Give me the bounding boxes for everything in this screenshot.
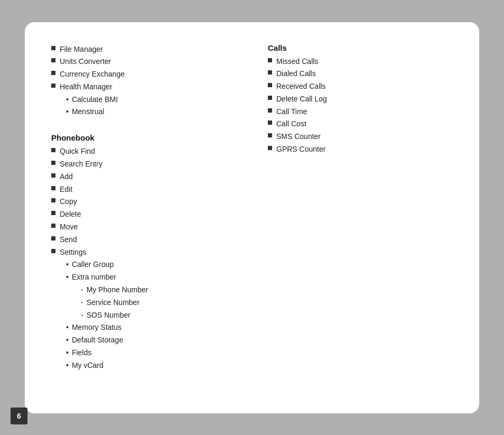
list-item: Delete Call Log: [268, 93, 453, 106]
calls-heading: Calls: [268, 43, 453, 52]
bullet-icon: [268, 83, 272, 87]
item-label: GPRS Counter: [276, 143, 325, 156]
list-item: Missed Calls: [268, 55, 453, 68]
list-item: Fields: [66, 347, 236, 359]
bullet-icon: [51, 161, 55, 165]
bullet-icon: [51, 84, 55, 88]
bullet-icon: [51, 224, 55, 228]
item-label: File Manager: [60, 43, 103, 56]
list-item: GPRS Counter: [268, 143, 453, 156]
phonebook-heading: Phonebook: [51, 133, 236, 142]
list-item: Calculate BMI: [66, 94, 236, 106]
list-item: File Manager: [51, 43, 236, 56]
bullet-icon: [268, 108, 272, 113]
item-label: Memory Status: [72, 321, 122, 334]
list-item: Currency Exchange: [51, 68, 236, 81]
list-item: Add: [51, 171, 236, 183]
bullet-icon: [268, 133, 272, 137]
list-item: My vCard: [66, 359, 236, 372]
item-label: Extra number: [72, 271, 116, 284]
extra-number-sub-list: My Phone Number Service Number SOS Numbe…: [51, 284, 236, 321]
main-card: File Manager Units Converter Currency Ex…: [25, 22, 479, 413]
list-item: Copy: [51, 196, 236, 208]
bullet-icon: [51, 198, 55, 202]
list-item: Move: [51, 221, 236, 234]
item-label: My Phone Number: [87, 284, 148, 297]
item-label: Fields: [72, 347, 91, 359]
calls-items-list: Missed Calls Dialed Calls Received Calls…: [268, 55, 453, 156]
item-label: Edit: [60, 183, 72, 196]
list-item: Health Manager: [51, 81, 236, 94]
right-column: Calls Missed Calls Dialed Calls Received…: [268, 43, 453, 387]
item-label: Copy: [60, 196, 77, 208]
list-item: Units Converter: [51, 55, 236, 68]
settings-sub-list-2: Memory Status Default Storage Fields My …: [51, 321, 236, 372]
list-item: Dialed Calls: [268, 68, 453, 80]
top-items-list: File Manager Units Converter Currency Ex…: [51, 43, 236, 94]
item-label: Add: [60, 171, 73, 183]
list-item: Caller Group: [66, 258, 236, 271]
list-item: Extra number: [66, 271, 236, 284]
top-list: File Manager Units Converter Currency Ex…: [51, 43, 236, 119]
list-item: Service Number: [81, 297, 236, 309]
list-item: SMS Counter: [268, 131, 453, 143]
bullet-icon: [268, 58, 272, 62]
calls-section: Calls Missed Calls Dialed Calls Received…: [268, 43, 453, 156]
bullet-icon: [51, 148, 55, 152]
item-label: Menstrual: [72, 106, 104, 118]
bullet-icon: [268, 146, 272, 150]
list-item: SOS Number: [81, 309, 236, 322]
list-item: Edit: [51, 183, 236, 196]
item-label: Health Manager: [60, 81, 113, 94]
bullet-icon: [51, 211, 55, 215]
item-label: Call Time: [276, 106, 307, 118]
item-label: Default Storage: [72, 334, 123, 347]
item-label: My vCard: [72, 359, 104, 372]
bullet-icon: [51, 249, 55, 253]
item-label: Delete: [60, 208, 81, 221]
item-label: Settings: [60, 246, 87, 259]
page-number: 6: [11, 408, 27, 424]
settings-sub-list: Caller Group Extra number: [51, 258, 236, 284]
list-item: Settings: [51, 246, 236, 259]
bullet-icon: [51, 71, 55, 75]
bullet-icon: [51, 46, 55, 50]
list-item: Call Cost: [268, 118, 453, 131]
item-label: Delete Call Log: [276, 93, 327, 106]
bullet-icon: [268, 96, 272, 100]
item-label: SOS Number: [87, 309, 130, 322]
list-item: Menstrual: [66, 106, 236, 118]
list-item: Received Calls: [268, 80, 453, 93]
bullet-icon: [51, 186, 55, 190]
bullet-icon: [51, 173, 55, 178]
list-item: Memory Status: [66, 321, 236, 334]
list-item: Call Time: [268, 106, 453, 118]
bullet-icon: [51, 236, 55, 240]
item-label: Send: [60, 234, 77, 246]
list-item: Delete: [51, 208, 236, 221]
list-item: Quick Find: [51, 145, 236, 158]
item-label: Quick Find: [60, 145, 95, 158]
phonebook-section: Phonebook Quick Find Search Entry Add: [51, 133, 236, 372]
phonebook-items-list: Quick Find Search Entry Add Edit: [51, 145, 236, 258]
item-label: Caller Group: [72, 258, 114, 271]
item-label: Units Converter: [60, 55, 111, 68]
left-column: File Manager Units Converter Currency Ex…: [51, 43, 236, 387]
item-label: Search Entry: [60, 158, 102, 171]
item-label: Currency Exchange: [60, 68, 125, 81]
list-item: Search Entry: [51, 158, 236, 171]
health-sub-list: Calculate BMI Menstrual: [51, 94, 236, 119]
item-label: Received Calls: [276, 80, 325, 93]
bullet-icon: [51, 58, 55, 62]
item-label: Dialed Calls: [276, 68, 316, 80]
list-item: Default Storage: [66, 334, 236, 347]
item-label: Service Number: [87, 297, 139, 309]
bullet-icon: [268, 121, 272, 125]
item-label: Call Cost: [276, 118, 306, 131]
list-item: My Phone Number: [81, 284, 236, 297]
bullet-icon: [268, 70, 272, 75]
item-label: Missed Calls: [276, 55, 318, 68]
list-item: Send: [51, 234, 236, 246]
item-label: Calculate BMI: [72, 94, 118, 106]
item-label: Move: [60, 221, 78, 234]
